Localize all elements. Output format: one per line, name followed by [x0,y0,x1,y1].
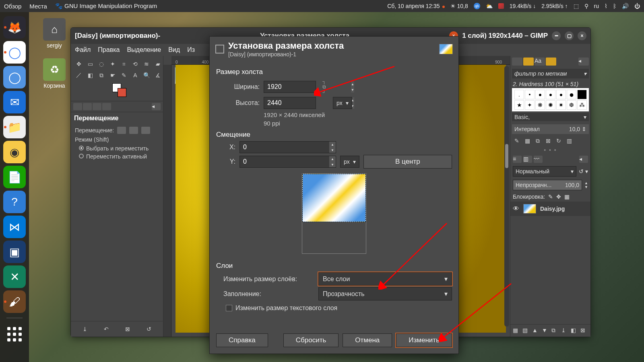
help-button[interactable]: Справка [216,333,268,347]
brush-preset-combo[interactable]: Basic,▾ [512,113,589,121]
fill-combo[interactable]: Прозрачность▾ [318,287,452,300]
background-color[interactable] [118,88,126,97]
menu-edit[interactable]: Правка [98,46,120,53]
path-tool[interactable]: ✎ [119,70,129,80]
brush-spacing-field[interactable]: Интервал 10,0 ⇕ [512,124,589,134]
offset-preview[interactable] [302,173,366,254]
center-button[interactable]: В центр [363,155,452,169]
power-icon[interactable]: ⏻ [634,3,640,9]
lock-pixels-button[interactable]: ✎ [548,193,553,200]
rotate-tool[interactable]: ⟲ [130,59,140,69]
menu-image[interactable]: Из [187,46,195,53]
chain-link-button[interactable]: ┐⧉┘ [322,78,326,95]
bucket-fill-tool[interactable]: ▰ [153,59,163,69]
lower-layer-button[interactable]: ▼ [542,327,549,334]
libreoffice-writer-icon[interactable]: 📄 [3,166,26,188]
files-icon[interactable]: 📁 [3,116,26,138]
layer-visibility-toggle[interactable]: 👁 [513,205,519,212]
restore-preset-button[interactable]: ↶ [101,325,111,333]
width-spin-down[interactable]: ▼ [351,87,354,93]
network-icon[interactable]: ⌇ [605,3,607,9]
raise-layer-button[interactable]: ▲ [532,327,539,334]
brush-filter-field[interactable]: фильтр по меткам▾ [512,69,589,78]
lock-position-button[interactable]: ✥ [556,193,561,200]
size-unit-combo[interactable]: px▾ [333,97,352,109]
chrome-icon[interactable]: ◯ [3,41,26,64]
layer-item[interactable]: 👁 Daisy.jpg [510,202,590,216]
opacity-slider[interactable]: Непрозрачн...100,0 [513,180,582,190]
resize-button[interactable]: Изменить [396,333,452,347]
move-selection-button[interactable] [129,127,138,134]
zoom-tool[interactable]: 🔍 [142,70,151,80]
trash-desktop-icon[interactable]: ♻ Корзина [36,58,72,89]
minimize-button[interactable]: ━ [552,31,561,40]
delete-layer-button[interactable]: ⊠ [580,327,588,334]
cube-icon[interactable] [498,3,504,9]
fonts-tab[interactable]: Aa [535,58,545,66]
qbittorrent-icon[interactable]: qb [474,3,480,9]
cancel-button[interactable]: Отмена [343,333,392,347]
edit-brush-button[interactable]: ✎ [513,137,521,144]
duplicate-layer-button[interactable]: ⧉ [551,327,559,334]
brushes-tab[interactable] [512,58,522,66]
channels-tab[interactable]: ▥ [523,156,532,163]
delete-brush-button[interactable]: ⊠ [544,137,552,144]
width-spin-up[interactable]: ▲ [351,81,354,87]
show-applications-button[interactable] [3,323,26,346]
width-input[interactable]: ▲▼ [264,81,316,93]
brush-grid[interactable]: .•●●●● ★✦❋✺✷❆⁂ [512,88,589,111]
tab-menu-button[interactable]: ◂ [152,103,161,110]
new-group-button[interactable]: ▧ [522,327,530,334]
resize-text-checkbox[interactable]: Изменить размер текстового слоя [226,304,452,312]
layers-tab-menu-button[interactable]: ◂ [579,156,588,163]
menu-view[interactable]: Вид [168,46,180,53]
rect-select-tool[interactable]: ▭ [85,59,95,69]
active-app-label[interactable]: 🐾 GNU Image Manipulation Program [55,2,157,10]
menu-select[interactable]: Выделение [127,46,161,53]
text-tool[interactable]: A [130,70,140,80]
app-icon[interactable]: ✕ [3,265,26,288]
chromium-icon[interactable]: ◯ [3,66,26,88]
move-path-button[interactable] [141,127,150,134]
new-brush-button[interactable]: ▦ [523,137,531,144]
offset-preview-image[interactable] [302,174,366,222]
measure-tool[interactable]: ∡ [153,70,163,80]
close-button[interactable]: × [578,31,586,40]
reset-options-button[interactable]: ↺ [144,325,154,333]
vertical-scrollbar[interactable] [504,66,509,327]
panel-drag-handle[interactable]: • • • [510,146,590,154]
activities-button[interactable]: Обзор [4,3,21,10]
paths-tab[interactable]: 〰 [534,156,543,163]
open-as-image-button[interactable]: ▥ [565,137,573,144]
pencil-tool[interactable]: ／ [74,70,84,80]
volume-icon[interactable]: 🔊 [622,3,629,9]
offset-unit-combo[interactable]: px▾ [340,156,359,168]
mask-button[interactable]: ◧ [571,327,578,334]
fuzzy-select-tool[interactable]: ✦ [108,59,118,69]
layer-name[interactable]: Daisy.jpg [540,206,565,212]
tool-options-tab[interactable] [73,103,82,110]
merge-down-button[interactable]: ⤓ [561,327,568,334]
keyboard-layout[interactable]: ru [594,3,599,9]
resize-layers-combo[interactable]: Все слои▾ [318,272,452,286]
offset-x-input[interactable]: ▲▼ [239,141,336,153]
accessibility-icon[interactable]: ⚲ [584,3,588,9]
right-tab-menu-button[interactable]: ◂ [578,58,589,66]
undo-history-tab[interactable] [93,103,101,110]
virtualbox-icon[interactable]: ▣ [3,241,26,263]
eraser-tool[interactable]: ◧ [85,70,95,80]
smudge-tool[interactable]: ☛ [108,70,118,80]
thunderbird-icon[interactable]: ✉ [3,91,26,113]
device-status-tab[interactable] [83,103,92,110]
delete-preset-button[interactable]: ⊠ [122,325,133,333]
menu-file[interactable]: Файл [75,46,91,53]
gradients-tab[interactable] [546,58,556,66]
help-icon[interactable]: ? [3,191,26,213]
save-preset-button[interactable]: ⤓ [80,325,90,333]
layers-tab[interactable]: ≡ [513,156,522,163]
height-input[interactable]: ▲▼ [264,97,316,109]
color-swatches[interactable] [74,83,160,98]
warp-tool[interactable]: ≋ [142,59,151,69]
maximize-button[interactable]: ▢ [565,31,574,40]
move-layer-button[interactable] [117,127,126,134]
